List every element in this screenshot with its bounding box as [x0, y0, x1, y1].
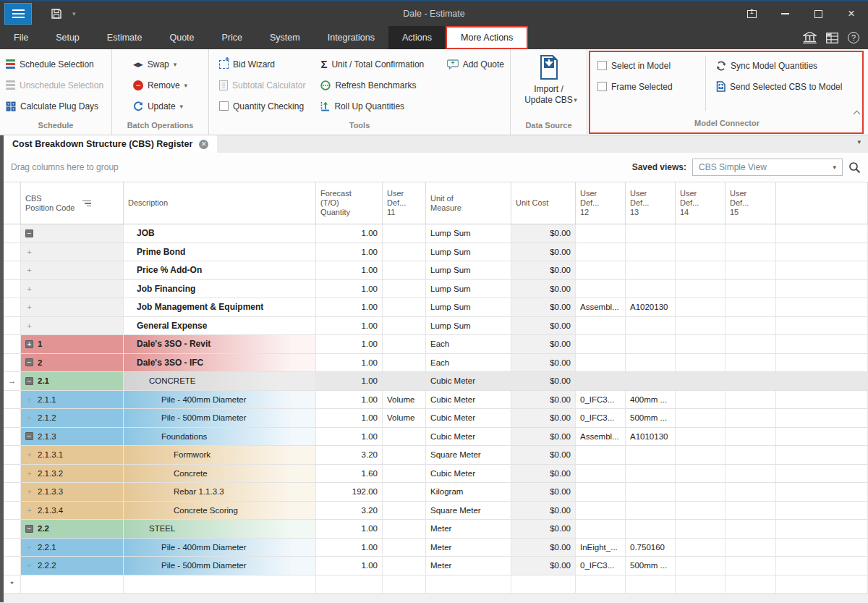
cell-uom[interactable]: Lump Sum — [426, 243, 511, 261]
cell-qty[interactable]: 3.20 — [316, 502, 383, 520]
expand-icon[interactable]: + — [25, 413, 33, 422]
cell-qty[interactable]: 3.20 — [316, 446, 383, 464]
cell-ud14[interactable] — [676, 409, 726, 427]
cell-ud15[interactable] — [726, 335, 776, 353]
cell-ud15[interactable] — [726, 280, 776, 298]
cell-ud11[interactable]: Volume — [383, 409, 426, 427]
cell-cost[interactable]: $0.00 — [511, 335, 576, 353]
cell-ud14[interactable] — [676, 539, 726, 557]
expand-icon[interactable]: + — [25, 340, 33, 348]
cell-ud11[interactable] — [383, 261, 426, 279]
menu-tab-actions[interactable]: Actions — [388, 26, 446, 49]
cell-code[interactable]: −2.1 — [21, 372, 124, 390]
hamburger-menu-button[interactable] — [4, 3, 32, 25]
menu-tab-system[interactable]: System — [256, 26, 314, 49]
cell-desc[interactable]: Pile - 500mm Diameter — [124, 409, 316, 427]
cell-ud15[interactable] — [726, 557, 776, 575]
cell-cost[interactable]: $0.00 — [511, 298, 576, 316]
cell-filler[interactable] — [776, 317, 868, 335]
cell-ud14[interactable] — [676, 502, 726, 520]
expand-icon[interactable]: + — [25, 561, 33, 570]
column-header-desc[interactable]: Description — [124, 182, 316, 224]
cell-ud15[interactable] — [726, 317, 776, 335]
cell-cost[interactable] — [511, 575, 576, 594]
cell-ud14[interactable] — [676, 280, 726, 298]
update-button[interactable]: Update — [133, 96, 187, 117]
menu-tab-quote[interactable]: Quote — [156, 26, 208, 49]
cell-ud15[interactable] — [726, 391, 776, 409]
cell-qty[interactable]: 1.00 — [316, 224, 383, 243]
cell-ud14[interactable] — [676, 575, 726, 594]
column-header-cost[interactable]: Unit Cost — [511, 182, 576, 224]
send-selected-cbs-to-model-button[interactable]: Send Selected CBS to Model — [716, 76, 842, 97]
cell-ud14[interactable] — [676, 298, 726, 316]
column-header-ud14[interactable]: User Def... 14 — [676, 182, 726, 224]
group-by-bar[interactable]: Drag columns here to group Saved views: … — [4, 153, 868, 182]
menu-tab-more-actions[interactable]: More Actions — [446, 26, 528, 49]
cell-desc[interactable]: Concrete Scoring — [124, 502, 316, 520]
import-update-cbs-button[interactable]: Import / Update CBS — [520, 54, 577, 119]
column-header-ud11[interactable]: User Def... 11 — [383, 182, 426, 224]
cell-ud15[interactable] — [726, 224, 776, 243]
cell-ud11[interactable] — [383, 280, 426, 298]
cell-cost[interactable]: $0.00 — [511, 428, 576, 446]
row-gutter[interactable] — [4, 280, 21, 298]
expand-icon[interactable]: + — [25, 469, 33, 478]
cell-qty[interactable]: 1.00 — [316, 391, 383, 409]
cell-ud15[interactable] — [726, 575, 776, 594]
column-header-ud13[interactable]: User Def... 13 — [626, 182, 676, 224]
cell-code[interactable]: + — [21, 298, 124, 316]
cell-uom[interactable]: Square Meter — [426, 446, 511, 464]
cell-ud14[interactable] — [676, 483, 726, 501]
cell-qty[interactable]: 1.00 — [316, 354, 383, 372]
cell-ud11[interactable] — [383, 520, 426, 538]
pin-window-button[interactable] — [735, 1, 768, 26]
bank-icon-button[interactable] — [803, 32, 817, 43]
cell-ud13[interactable] — [626, 446, 676, 464]
cell-cost[interactable]: $0.00 — [511, 354, 576, 372]
cell-ud11[interactable] — [383, 224, 426, 243]
cell-filler[interactable] — [776, 261, 868, 279]
cell-ud13[interactable] — [626, 261, 676, 279]
cell-cost[interactable]: $0.00 — [511, 557, 576, 575]
cell-ud13[interactable] — [626, 502, 676, 520]
cell-desc[interactable]: Dale's 3SO - IFC — [124, 354, 316, 372]
cell-ud13[interactable]: 0.750160 — [626, 539, 676, 557]
cell-ud12[interactable]: InEight_... — [576, 539, 626, 557]
cell-ud14[interactable] — [676, 446, 726, 464]
column-header-gutter[interactable] — [4, 182, 21, 224]
cell-filler[interactable] — [776, 243, 868, 261]
cell-ud11[interactable] — [383, 465, 426, 483]
cell-cost[interactable]: $0.00 — [511, 280, 576, 298]
cell-filler[interactable] — [776, 428, 868, 446]
cell-uom[interactable]: Cubic Meter — [426, 409, 511, 427]
cell-ud13[interactable] — [626, 520, 676, 538]
cell-ud12[interactable] — [576, 317, 626, 335]
cell-ud12[interactable]: Assembl... — [576, 428, 626, 446]
cell-qty[interactable]: 1.00 — [316, 280, 383, 298]
refresh-benchmarks-button[interactable]: Refresh Benchmarks — [320, 75, 436, 96]
cell-qty[interactable]: 192.00 — [316, 483, 383, 501]
cell-uom[interactable]: Meter — [426, 539, 511, 557]
cell-code[interactable]: +2.1.2 — [21, 409, 124, 427]
cell-cost[interactable]: $0.00 — [511, 409, 576, 427]
cell-ud11[interactable] — [383, 446, 426, 464]
cell-code[interactable]: −2 — [21, 354, 124, 372]
cell-filler[interactable] — [776, 391, 868, 409]
cell-ud12[interactable] — [576, 335, 626, 353]
cell-qty[interactable]: 1.00 — [316, 317, 383, 335]
cell-cost[interactable]: $0.00 — [511, 502, 576, 520]
cell-ud15[interactable] — [726, 539, 776, 557]
cell-ud13[interactable]: 400mm ... — [626, 391, 676, 409]
row-gutter[interactable] — [4, 391, 21, 409]
cell-ud15[interactable] — [726, 261, 776, 279]
row-gutter[interactable] — [4, 317, 21, 335]
swap-button[interactable]: Swap — [133, 54, 187, 75]
cell-code[interactable]: +2.1.1 — [21, 391, 124, 409]
cell-cost[interactable]: $0.00 — [511, 483, 576, 501]
collapse-icon[interactable]: − — [25, 525, 33, 533]
cell-filler[interactable] — [776, 557, 868, 575]
cell-qty[interactable]: 1.60 — [316, 465, 383, 483]
cell-desc[interactable]: Prime Bond — [124, 243, 316, 261]
cell-uom[interactable]: Cubic Meter — [426, 391, 511, 409]
